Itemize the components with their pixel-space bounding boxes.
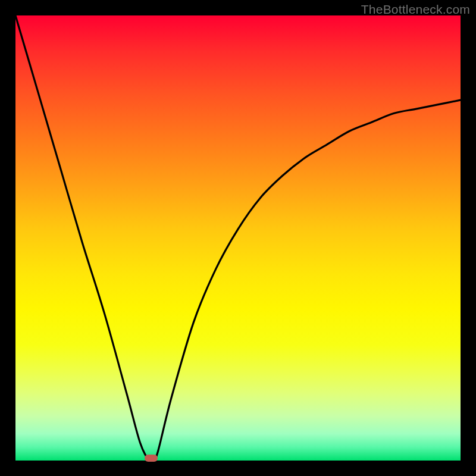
bottleneck-curve	[15, 15, 461, 461]
watermark-text: TheBottleneck.com	[361, 2, 470, 17]
chart-plot-area	[15, 15, 461, 461]
curve-path	[15, 15, 461, 461]
optimal-point-marker	[145, 455, 158, 462]
